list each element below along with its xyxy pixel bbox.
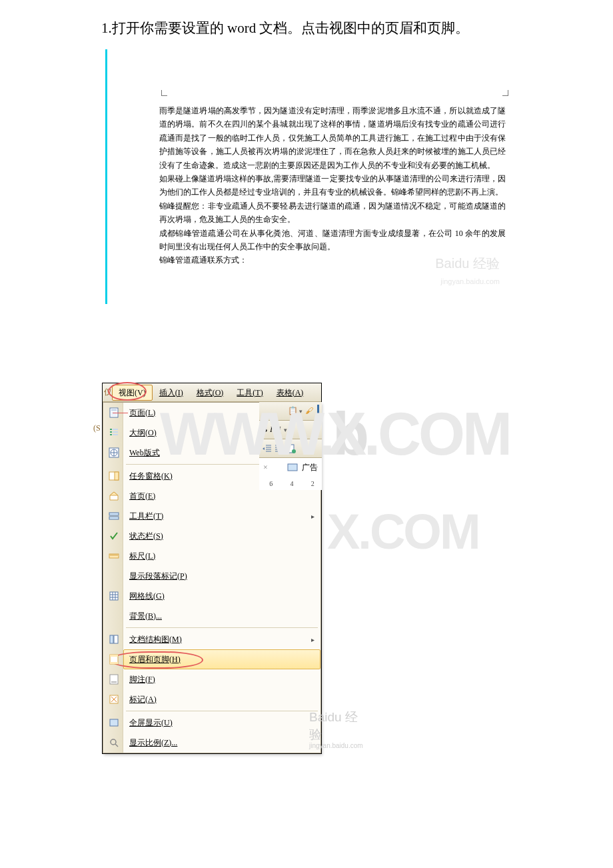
web-layout-icon xyxy=(104,447,124,458)
close-icon[interactable]: × xyxy=(263,463,268,473)
menu-item-header-footer[interactable]: 页眉和页脚(H) xyxy=(123,649,320,669)
svg-rect-14 xyxy=(109,517,119,519)
dropdown-caret-icon[interactable]: ▾ xyxy=(299,408,303,415)
dropdown-caret-icon[interactable]: ▾ xyxy=(284,427,287,433)
document-preview: 雨季是隧道坍塌的高发季节，因为隧道没有定时清理，雨季淤泥增多且水流不通，所以就造… xyxy=(105,49,512,304)
menu-item-fullscreen[interactable]: 全屏显示(U) xyxy=(123,713,320,733)
page-layout-label: 页面(L) xyxy=(129,408,155,417)
menu-view[interactable]: 视图(V) xyxy=(112,385,153,401)
underline-button[interactable]: U xyxy=(275,425,281,435)
toolbar-row-4: × 广告 xyxy=(259,458,322,477)
menu-item-background[interactable]: 背景(B)... xyxy=(123,606,320,626)
indent-right-icon[interactable] xyxy=(274,443,285,454)
toolbar-fragment: 📋 ▾ 🖌 B I U ▾ xyxy=(259,402,322,490)
svg-rect-20 xyxy=(110,655,118,657)
document-new-icon[interactable] xyxy=(286,443,297,454)
menu-separator xyxy=(126,711,318,711)
instruction-prefix: 1.打开你需要设置的 xyxy=(101,20,227,36)
paste-icon[interactable]: 📋 xyxy=(287,406,298,417)
left-scrap-2: (S xyxy=(93,423,101,433)
svg-rect-6 xyxy=(113,431,118,433)
menu-item-footnote[interactable]: 脚注(F) xyxy=(123,669,320,689)
instruction-word: word xyxy=(227,20,256,36)
ruler-label: 标尺(L) xyxy=(129,551,155,561)
document-map-icon xyxy=(104,634,124,645)
statusbar-label: 状态栏(S) xyxy=(129,531,163,541)
paragraph-mark-label: 显示段落标记(P) xyxy=(129,571,187,581)
menu-item-gridlines[interactable]: 网格线(G) xyxy=(123,586,320,606)
annotation-arrow-tail xyxy=(113,413,128,413)
page-watermark-docx-2: X.COM xyxy=(326,400,510,469)
menu-tools[interactable]: 工具(T) xyxy=(230,385,269,401)
toolbar-edge xyxy=(317,405,319,418)
ruler-fragment: 6 4 2 xyxy=(259,477,322,490)
svg-rect-3 xyxy=(110,429,112,430)
menu-item-document-map[interactable]: 文档结构图(M) ▸ xyxy=(123,629,320,649)
para-4: 成都锦峰管道疏通公司在从事化粪池、河道、隧道清理方面专业成绩显著，在公司 10 … xyxy=(159,229,506,251)
menu-format[interactable]: 格式(O) xyxy=(190,385,231,401)
para-3: 锦峰提醒您：非专业疏通人员不要轻易去进行隧道的疏通，因为隧道情况不稳定，可能造成… xyxy=(159,201,506,224)
svg-rect-16 xyxy=(110,592,118,600)
menu-item-ruler[interactable]: 标尺(L) xyxy=(123,546,320,566)
menu-item-paragraph-marks[interactable]: 显示段落标记(P) xyxy=(123,566,320,586)
menu-item-toolbar[interactable]: 工具栏(T) ▸ xyxy=(123,506,320,526)
svg-rect-12 xyxy=(115,472,119,480)
svg-rect-25 xyxy=(110,719,118,726)
taskpane-icon xyxy=(104,471,124,481)
watermark-docx: X.COM xyxy=(327,503,479,560)
para-1: 雨季是隧道坍塌的高发季节，因为隧道没有定时清理，雨季淤泥增多且水流不通，所以就造… xyxy=(159,106,506,170)
taskpane-label: 任务窗格(K) xyxy=(129,471,173,481)
svg-rect-18 xyxy=(114,635,118,643)
menu-item-statusbar[interactable]: 状态栏(S) xyxy=(123,526,320,546)
svg-rect-21 xyxy=(110,662,118,664)
indent-left-icon[interactable] xyxy=(262,443,273,454)
document-page: 雨季是隧道坍塌的高发季节，因为隧道没有定时清理，雨季淤泥增多且水流不通，所以就造… xyxy=(159,85,510,267)
menubar-left-scrap: 仅 xyxy=(103,387,112,398)
menu-item-markup[interactable]: 标记(A) xyxy=(123,689,320,709)
menu-separator xyxy=(126,627,318,628)
ruler-tick: 6 xyxy=(269,480,273,487)
svg-rect-4 xyxy=(113,429,118,430)
markup-label: 标记(A) xyxy=(129,695,157,704)
web-layout-label: Web版式 xyxy=(129,448,160,457)
instruction-line: 1.打开你需要设置的 word 文档。点击视图中的页眉和页脚。 xyxy=(0,0,613,37)
document-body-text: 雨季是隧道坍塌的高发季节，因为隧道没有定时清理，雨季淤泥增多且水流不通，所以就造… xyxy=(159,104,510,267)
italic-button[interactable]: I xyxy=(270,425,273,435)
svg-rect-5 xyxy=(110,431,112,433)
bold-button[interactable]: B xyxy=(262,425,267,435)
fullscreen-label: 全屏显示(U) xyxy=(129,718,173,727)
markup-icon xyxy=(104,694,124,705)
watermark-baidu: Baidu 经验 xyxy=(435,255,500,273)
grid-icon xyxy=(104,591,124,601)
svg-rect-13 xyxy=(109,513,119,515)
header-footer-label: 页眉和页脚(H) xyxy=(129,655,181,664)
home-label: 首页(E) xyxy=(129,491,155,501)
fullscreen-icon xyxy=(104,717,124,728)
menubar: 仅 视图(V) 插入(I) 格式(O) 工具(T) 表格(A) xyxy=(103,383,321,402)
menu-item-zoom[interactable]: 显示比例(Z)... xyxy=(123,733,320,753)
ad-label: 广告 xyxy=(302,462,318,473)
home-icon xyxy=(104,491,124,501)
menu-insert[interactable]: 插入(I) xyxy=(153,385,190,401)
para-2: 如果碰上像隧道坍塌这样的事故,需要清理隧道一定要找专业的从事隧道清理的公司来进行… xyxy=(159,174,506,197)
svg-rect-7 xyxy=(110,434,112,435)
view-menu-screenshot: X.COM 仅 视图(V) 插入(I) 格式(O) 工具(T) 表格(A) 页面… xyxy=(102,383,322,754)
svg-rect-23 xyxy=(111,681,117,683)
ad-icon xyxy=(287,462,298,473)
page-corner-tl xyxy=(161,90,167,96)
toolbar-row-3 xyxy=(259,439,322,458)
ruler-icon xyxy=(104,551,124,561)
toolbar-icon xyxy=(104,511,124,521)
svg-rect-17 xyxy=(110,635,113,643)
svg-point-28 xyxy=(292,449,296,453)
watermark-baidu-url: jingyan.baidu.com xyxy=(440,277,500,285)
svg-rect-1 xyxy=(111,409,117,411)
toolbar-row-1: 📋 ▾ 🖌 xyxy=(259,402,322,421)
zoom-label: 显示比例(Z)... xyxy=(129,738,177,747)
outline-icon xyxy=(104,427,124,438)
ruler-tick: 4 xyxy=(290,480,293,487)
svg-rect-8 xyxy=(113,434,118,435)
format-painter-icon[interactable]: 🖌 xyxy=(304,406,314,417)
footnote-icon xyxy=(104,674,124,685)
menu-table[interactable]: 表格(A) xyxy=(270,385,310,401)
